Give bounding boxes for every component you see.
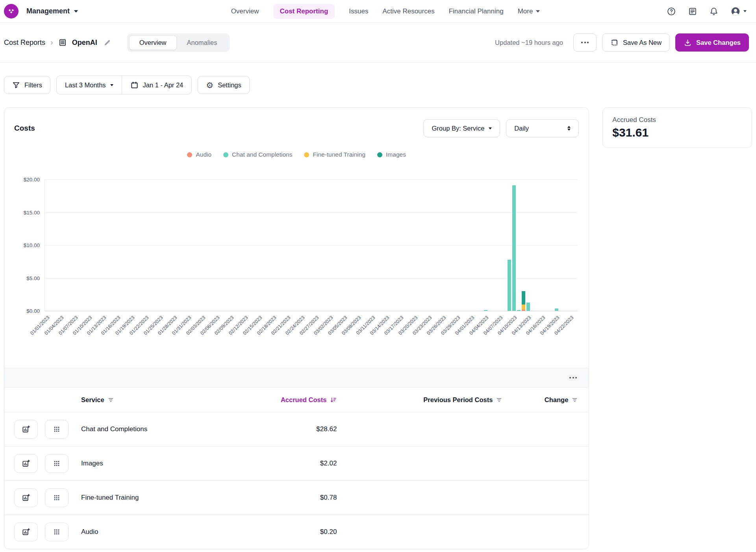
date-range-group: Last 3 Months Jan 1 - Apr 24: [56, 76, 192, 94]
nav-item-active-resources[interactable]: Active Resources: [382, 7, 434, 15]
nav-item-label: Overview: [231, 7, 259, 15]
breadcrumb: Cost Reports › OpenAI: [4, 38, 111, 47]
table-header-row: ServiceAccrued CostsPrevious Period Cost…: [4, 388, 589, 412]
bar-fine-tuned-training-04-12-2023[interactable]: [522, 305, 525, 310]
column-header-accrued-costs[interactable]: Accrued Costs: [219, 396, 337, 404]
bar-chat-and-completions-04-09-2023[interactable]: [508, 260, 511, 311]
service-name: Images: [75, 460, 219, 467]
grid-menu-button[interactable]: [45, 454, 69, 473]
account-menu[interactable]: [730, 6, 747, 17]
breadcrumb-cost-reports[interactable]: Cost Reports: [4, 39, 45, 47]
nav-item-cost-reporting[interactable]: Cost Reporting: [273, 4, 335, 19]
legend-item-audio[interactable]: Audio: [187, 151, 211, 158]
accrued-cost-value: $0.20: [320, 528, 337, 536]
nav-item-overview[interactable]: Overview: [231, 7, 259, 15]
workspace-name: Management: [26, 7, 70, 15]
brand: Management: [4, 4, 104, 18]
topnav-icons: [667, 6, 747, 17]
table-row-images: Images$2.02: [4, 446, 589, 480]
vantage-logo-icon[interactable]: [4, 4, 19, 18]
save-changes-button[interactable]: Save Changes: [675, 33, 749, 52]
chart-add-button[interactable]: [14, 522, 38, 541]
grid-menu-button[interactable]: [45, 522, 69, 541]
row-actions: [4, 522, 75, 541]
table-more-actions-button[interactable]: [569, 377, 577, 378]
bar-chat-and-completions-04-10-2023[interactable]: [512, 185, 516, 311]
gridline: [45, 245, 578, 246]
tab-overview[interactable]: Overview: [129, 35, 177, 50]
gridline: [45, 278, 578, 279]
y-tick-label: $10.00: [24, 242, 40, 248]
grid-menu-button[interactable]: [45, 488, 69, 507]
legend-label: Audio: [196, 151, 211, 158]
legend-label: Images: [386, 151, 406, 158]
main-nav: OverviewCost ReportingIssuesActive Resou…: [104, 4, 667, 19]
nav-item-label: Active Resources: [382, 7, 434, 15]
column-label: Service: [81, 396, 104, 404]
period-preset-label: Last 3 Months: [65, 81, 106, 89]
granularity-label: Daily: [514, 125, 529, 132]
nav-item-more[interactable]: More: [518, 7, 540, 15]
more-actions-button[interactable]: [573, 33, 597, 52]
settings-button[interactable]: ⚙ Settings: [198, 76, 249, 94]
filter-funnel-icon: [12, 81, 20, 89]
group-by-dropdown[interactable]: Group By: Service: [423, 119, 500, 137]
ellipsis-icon: [581, 42, 589, 43]
edit-report-name-icon[interactable]: [103, 39, 111, 47]
legend-dot-icon: [377, 152, 382, 157]
costs-report-card: Costs Group By: Service Daily AudioChat …: [4, 107, 589, 549]
date-range-picker[interactable]: Jan 1 - Apr 24: [122, 76, 192, 94]
x-axis: 01/01/202301/04/202301/07/202301/10/2023…: [12, 311, 578, 368]
column-header-change[interactable]: Change: [502, 396, 589, 404]
legend-dot-icon: [223, 152, 228, 157]
chart-add-icon: [22, 528, 30, 536]
filters-button[interactable]: Filters: [4, 76, 50, 94]
period-preset-dropdown[interactable]: Last 3 Months: [57, 76, 122, 94]
filters-label: Filters: [24, 81, 42, 89]
column-filter-icon[interactable]: [496, 397, 502, 403]
row-actions: [4, 420, 75, 439]
report-actions: Updated ~19 hours ago Save As New Save C…: [495, 33, 749, 52]
chevron-down-icon: [743, 10, 747, 12]
chart-legend: AudioChat and CompletionsFine-tuned Trai…: [4, 150, 589, 159]
chart-controls: Group By: Service Daily: [423, 119, 579, 137]
sort-descending-icon[interactable]: [330, 397, 337, 403]
workspace-switcher[interactable]: Management: [26, 7, 78, 15]
chevron-down-icon: [489, 127, 492, 129]
service-name: Chat and Completions: [75, 425, 219, 433]
column-header-service[interactable]: Service: [75, 396, 219, 404]
bar-chat-and-completions-04-13-2023[interactable]: [526, 303, 530, 311]
help-icon[interactable]: [667, 7, 676, 16]
column-filter-icon[interactable]: [572, 397, 578, 403]
legend-item-images[interactable]: Images: [377, 151, 406, 158]
save-changes-label: Save Changes: [696, 39, 741, 46]
accrued-cost-value: $2.02: [320, 460, 337, 467]
nav-item-label: More: [518, 7, 533, 15]
accrued-cost-value: $0.78: [320, 494, 337, 502]
save-download-icon: [684, 39, 692, 47]
notifications-bell-icon[interactable]: [709, 7, 719, 16]
legend-label: Fine-tuned Training: [313, 151, 365, 158]
legend-dot-icon: [304, 152, 309, 157]
granularity-select[interactable]: Daily: [506, 119, 579, 137]
column-filter-icon[interactable]: [108, 397, 114, 403]
grid-menu-button[interactable]: [45, 420, 69, 439]
nav-item-financial-planning[interactable]: Financial Planning: [449, 7, 504, 15]
chart-add-button[interactable]: [14, 454, 38, 473]
save-as-new-button[interactable]: Save As New: [602, 33, 670, 52]
bar-images-04-12-2023[interactable]: [522, 291, 525, 305]
chart-add-button[interactable]: [14, 488, 38, 507]
tab-anomalies[interactable]: Anomalies: [177, 35, 228, 50]
column-header-previous-period-costs[interactable]: Previous Period Costs: [337, 396, 502, 404]
chevron-down-icon: [536, 10, 540, 13]
y-tick-label: $0.00: [26, 308, 40, 314]
legend-item-fine-tuned-training[interactable]: Fine-tuned Training: [304, 151, 365, 158]
y-tick-label: $20.00: [24, 177, 40, 183]
nav-item-issues[interactable]: Issues: [349, 7, 368, 15]
service-name: Fine-tuned Training: [75, 494, 219, 502]
table-row-chat-and-completions: Chat and Completions$28.62: [4, 412, 589, 446]
changelog-icon[interactable]: [688, 7, 697, 16]
chart-add-button[interactable]: [14, 420, 38, 439]
accrued-cost-value: $28.62: [316, 425, 337, 433]
legend-item-chat-and-completions[interactable]: Chat and Completions: [223, 151, 292, 158]
